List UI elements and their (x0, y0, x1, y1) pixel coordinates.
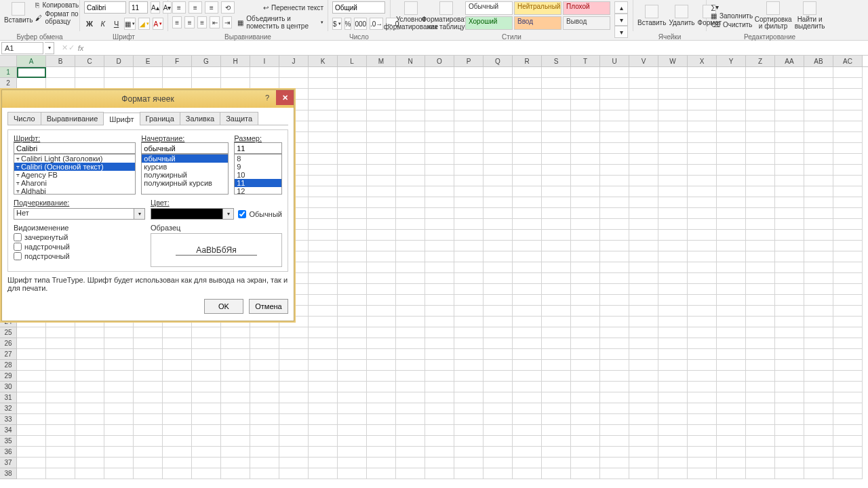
cell[interactable] (658, 284, 688, 295)
cell[interactable] (600, 100, 629, 110)
cell[interactable] (833, 78, 863, 89)
cell[interactable] (833, 208, 863, 219)
cell[interactable] (134, 392, 163, 403)
cell[interactable] (658, 468, 688, 479)
column-header[interactable]: Q (484, 56, 513, 66)
cell[interactable] (571, 78, 600, 89)
cell[interactable] (833, 176, 863, 186)
cell[interactable] (658, 349, 688, 360)
cell[interactable] (338, 78, 367, 89)
cell[interactable] (454, 67, 484, 78)
cell[interactable] (717, 89, 746, 100)
cell[interactable] (717, 403, 746, 414)
cell[interactable] (454, 403, 484, 414)
cell[interactable] (104, 436, 134, 447)
cell[interactable] (104, 447, 134, 458)
cell[interactable] (192, 458, 221, 468)
style-good[interactable]: Хороший (465, 16, 513, 30)
cell[interactable] (542, 447, 571, 458)
cell[interactable] (134, 458, 163, 468)
cell[interactable] (338, 327, 367, 338)
cell[interactable] (571, 414, 600, 425)
cell[interactable] (600, 219, 629, 230)
cell[interactable] (804, 360, 833, 371)
cell[interactable] (221, 78, 250, 89)
column-header[interactable]: Y (717, 56, 746, 66)
cell[interactable] (104, 67, 134, 78)
cell[interactable] (600, 447, 629, 458)
cell[interactable] (658, 458, 688, 468)
cell[interactable] (833, 327, 863, 338)
cell[interactable] (542, 338, 571, 349)
cell[interactable] (688, 447, 717, 458)
cell[interactable] (542, 208, 571, 219)
cell[interactable] (484, 382, 513, 392)
cell[interactable] (250, 468, 279, 479)
cell[interactable] (221, 360, 250, 371)
cell[interactable] (163, 349, 192, 360)
cell[interactable] (396, 360, 425, 371)
cell[interactable] (367, 176, 396, 186)
cell[interactable] (658, 78, 688, 89)
cell[interactable] (75, 468, 104, 479)
cell[interactable] (396, 143, 425, 154)
cell[interactable] (309, 327, 338, 338)
column-header[interactable]: P (454, 56, 484, 66)
cell[interactable] (658, 186, 688, 197)
sort-filter-button[interactable]: Сортировка и фильтр (757, 1, 789, 30)
cell[interactable] (192, 327, 221, 338)
cell[interactable] (484, 186, 513, 197)
cell[interactable] (338, 382, 367, 392)
list-item[interactable]: ᴛAldhabi (14, 187, 135, 195)
cell[interactable] (104, 403, 134, 414)
cell[interactable] (571, 241, 600, 251)
cell[interactable] (600, 327, 629, 338)
cell[interactable] (775, 154, 804, 165)
cell[interactable] (513, 295, 542, 306)
cell[interactable] (367, 458, 396, 468)
cell[interactable] (454, 143, 484, 154)
cell[interactable] (542, 371, 571, 382)
cell[interactable] (688, 295, 717, 306)
cell[interactable] (804, 132, 833, 143)
cell[interactable] (396, 165, 425, 176)
column-header[interactable]: G (192, 56, 221, 66)
cell[interactable] (396, 284, 425, 295)
cell[interactable] (367, 273, 396, 284)
cell[interactable] (250, 392, 279, 403)
cell[interactable] (279, 392, 309, 403)
cell[interactable] (804, 284, 833, 295)
cell[interactable] (746, 295, 775, 306)
cell[interactable] (775, 284, 804, 295)
cell[interactable] (688, 197, 717, 208)
cell[interactable] (629, 197, 658, 208)
cell[interactable] (425, 436, 454, 447)
cell[interactable] (484, 327, 513, 338)
cell[interactable] (250, 458, 279, 468)
column-header[interactable]: J (279, 56, 309, 66)
dialog-tab[interactable]: Шрифт (103, 113, 140, 125)
cell[interactable] (367, 382, 396, 392)
cell[interactable] (309, 143, 338, 154)
column-header[interactable]: R (513, 56, 542, 66)
column-header[interactable]: F (163, 56, 192, 66)
cell[interactable] (425, 110, 454, 121)
cell[interactable] (833, 251, 863, 262)
cell[interactable] (746, 403, 775, 414)
cell[interactable] (309, 468, 338, 479)
cell[interactable] (600, 121, 629, 132)
cell[interactable] (134, 338, 163, 349)
cell[interactable] (17, 327, 46, 338)
cell[interactable] (104, 392, 134, 403)
cell[interactable] (775, 371, 804, 382)
cell[interactable] (46, 403, 75, 414)
cell[interactable] (367, 262, 396, 273)
cell[interactable] (396, 241, 425, 251)
cell[interactable] (775, 143, 804, 154)
cell[interactable] (688, 414, 717, 425)
indent-increase-button[interactable]: ⇥ (222, 16, 232, 28)
cell[interactable] (600, 241, 629, 251)
cell[interactable] (775, 186, 804, 197)
cell[interactable] (571, 89, 600, 100)
cell[interactable] (833, 403, 863, 414)
